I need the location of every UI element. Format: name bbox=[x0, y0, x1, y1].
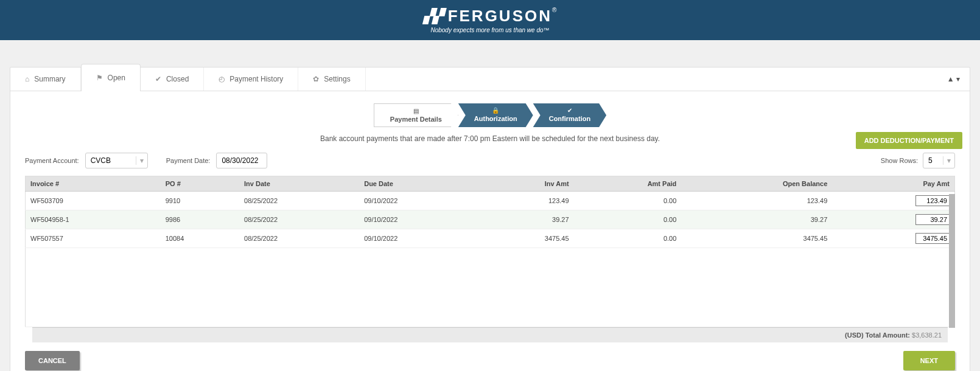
vertical-scrollbar[interactable] bbox=[949, 194, 955, 328]
tab-open[interactable]: ⚑ Open bbox=[81, 64, 141, 91]
step-payment-details[interactable]: ▤ Payment Details bbox=[374, 103, 458, 127]
col-po[interactable]: PO # bbox=[161, 176, 239, 192]
add-deduction-payment-button[interactable]: ADD DEDUCTION/PAYMENT bbox=[856, 132, 962, 149]
invoice-table: Invoice # PO # Inv Date Due Date Inv Amt… bbox=[25, 176, 955, 327]
total-row: (USD) Total Amount: $3,638.21 bbox=[32, 327, 948, 342]
show-rows-select[interactable]: ▾ bbox=[923, 153, 955, 168]
brand-logo: ▞▞ FERGUSON® Nobody expects more from us… bbox=[424, 7, 557, 33]
cell-invamt: 3475.45 bbox=[479, 229, 573, 248]
cell-invoice: WF507557 bbox=[26, 229, 161, 248]
user-menu[interactable]: ▲ ▾ bbox=[937, 68, 970, 91]
chevron-down-icon: ▾ bbox=[136, 156, 144, 165]
tab-open-label: Open bbox=[108, 74, 125, 82]
reg-mark: ® bbox=[552, 7, 556, 13]
show-rows-input[interactable] bbox=[927, 156, 939, 165]
cell-invoice: WF504958-1 bbox=[26, 210, 161, 229]
brand-tagline: Nobody expects more from us than we do bbox=[430, 27, 543, 33]
payment-account-label: Payment Account: bbox=[25, 157, 79, 164]
col-openbal[interactable]: Open Balance bbox=[681, 176, 832, 192]
tab-settings-label: Settings bbox=[324, 75, 350, 83]
flag-icon: ⚑ bbox=[96, 74, 103, 82]
lock-icon: 🔒 bbox=[492, 107, 499, 114]
tab-history-label: Payment History bbox=[229, 75, 283, 83]
header-bar: ▞▞ FERGUSON® Nobody expects more from us… bbox=[0, 0, 980, 40]
cell-invdate: 08/25/2022 bbox=[239, 229, 359, 248]
main-panel: ⌂ Summary ⚑ Open ✔ Closed ◴ Payment Hist… bbox=[10, 67, 970, 371]
step-details-label: Payment Details bbox=[390, 116, 442, 123]
table-row[interactable]: WF503709 9910 08/25/2022 09/10/2022 123.… bbox=[26, 192, 955, 210]
col-invoice[interactable]: Invoice # bbox=[26, 176, 161, 192]
cell-duedate: 09/10/2022 bbox=[359, 210, 479, 229]
cell-duedate: 09/10/2022 bbox=[359, 229, 479, 248]
cell-amtpaid: 0.00 bbox=[574, 229, 682, 248]
check-icon: ✔ bbox=[567, 107, 572, 114]
logo-icon: ▞▞ bbox=[424, 9, 442, 24]
schedule-notice: Bank account payments that are made afte… bbox=[18, 134, 962, 143]
col-invdate[interactable]: Inv Date bbox=[239, 176, 359, 192]
step-confirm-label: Confirmation bbox=[549, 115, 590, 122]
tab-payment-history[interactable]: ◴ Payment History bbox=[204, 68, 298, 91]
cell-openbal: 3475.45 bbox=[681, 229, 832, 248]
pay-amount-input[interactable] bbox=[915, 195, 950, 206]
cell-invamt: 123.49 bbox=[479, 192, 573, 210]
table-row[interactable]: WF504958-1 9986 08/25/2022 09/10/2022 39… bbox=[26, 210, 955, 229]
show-rows-label: Show Rows: bbox=[881, 157, 918, 164]
scrollbar-thumb[interactable] bbox=[949, 194, 955, 328]
chevron-down-icon: ▾ bbox=[943, 156, 951, 165]
gear-icon: ✿ bbox=[313, 75, 319, 83]
cell-openbal: 123.49 bbox=[681, 192, 832, 210]
payment-date-label: Payment Date: bbox=[166, 157, 211, 164]
tab-closed-label: Closed bbox=[166, 75, 189, 83]
cell-invoice: WF503709 bbox=[26, 192, 161, 210]
col-invamt[interactable]: Inv Amt bbox=[479, 176, 573, 192]
step-auth-label: Authorization bbox=[474, 115, 517, 122]
user-icon: ▲ bbox=[947, 75, 954, 83]
cell-duedate: 09/10/2022 bbox=[359, 192, 479, 210]
clock-icon: ◴ bbox=[219, 75, 225, 83]
cell-amtpaid: 0.00 bbox=[574, 192, 682, 210]
tab-closed[interactable]: ✔ Closed bbox=[141, 68, 204, 91]
pay-amount-input[interactable] bbox=[915, 214, 950, 225]
cell-invdate: 08/25/2022 bbox=[239, 192, 359, 210]
table-row[interactable]: WF507557 10084 08/25/2022 09/10/2022 347… bbox=[26, 229, 955, 248]
tab-summary-label: Summary bbox=[34, 75, 65, 83]
payment-account-select[interactable]: ▾ bbox=[85, 153, 148, 168]
cell-invamt: 39.27 bbox=[479, 210, 573, 229]
total-amount: $3,638.21 bbox=[912, 331, 942, 339]
cell-po: 9986 bbox=[161, 210, 239, 229]
next-button[interactable]: NEXT bbox=[903, 351, 955, 370]
tab-settings[interactable]: ✿ Settings bbox=[298, 68, 365, 91]
payment-date-input[interactable] bbox=[220, 156, 263, 165]
col-amtpaid[interactable]: Amt Paid bbox=[574, 176, 682, 192]
col-duedate[interactable]: Due Date bbox=[359, 176, 479, 192]
payment-account-input[interactable] bbox=[89, 156, 132, 165]
cell-po: 9910 bbox=[161, 192, 239, 210]
cell-openbal: 39.27 bbox=[681, 210, 832, 229]
payment-date-input-wrap[interactable] bbox=[216, 153, 267, 168]
wizard-steps: ▤ Payment Details 🔒 Authorization ✔ Conf… bbox=[18, 103, 962, 127]
step-confirmation[interactable]: ✔ Confirmation bbox=[533, 103, 606, 127]
col-payamt[interactable]: Pay Amt bbox=[832, 176, 954, 192]
chevron-down-icon: ▾ bbox=[956, 75, 960, 83]
pay-amount-input[interactable] bbox=[915, 233, 950, 244]
tab-bar: ⌂ Summary ⚑ Open ✔ Closed ◴ Payment Hist… bbox=[10, 68, 970, 91]
step-authorization[interactable]: 🔒 Authorization bbox=[458, 103, 533, 127]
cell-po: 10084 bbox=[161, 229, 239, 248]
total-label: (USD) Total Amount: bbox=[845, 331, 912, 339]
tab-summary[interactable]: ⌂ Summary bbox=[10, 68, 81, 91]
cell-amtpaid: 0.00 bbox=[574, 210, 682, 229]
empty-space bbox=[26, 248, 955, 327]
check-icon: ✔ bbox=[155, 75, 161, 83]
brand-name: FERGUSON bbox=[448, 7, 552, 25]
table-header-row: Invoice # PO # Inv Date Due Date Inv Amt… bbox=[26, 176, 955, 192]
tm-mark: ™ bbox=[544, 27, 550, 33]
cancel-button[interactable]: CANCEL bbox=[25, 351, 80, 370]
home-icon: ⌂ bbox=[25, 75, 29, 83]
document-icon: ▤ bbox=[413, 108, 419, 114]
cell-invdate: 08/25/2022 bbox=[239, 210, 359, 229]
